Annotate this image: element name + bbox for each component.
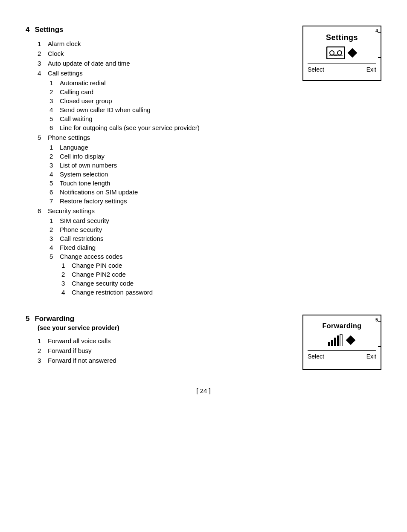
item-text: Touch tone length bbox=[60, 179, 110, 187]
list-item: 1 Alarm clock bbox=[26, 40, 294, 47]
item-text: Clock bbox=[48, 50, 64, 57]
item-text: Security settings bbox=[48, 207, 95, 214]
mockup-footer: Select Exit bbox=[308, 350, 376, 360]
item-text: Change restriction password bbox=[72, 289, 153, 296]
list-item: 3 Change security code bbox=[49, 280, 294, 287]
item-text: Closed user group bbox=[60, 97, 112, 104]
item-text: Line for outgoing calls (see your servic… bbox=[60, 124, 200, 131]
phone-settings-sublist: 1 Language 2 Cell info display 3 List of… bbox=[26, 144, 294, 205]
svg-rect-9 bbox=[337, 335, 339, 346]
section5-subtitle: (see your service provider) bbox=[38, 324, 119, 331]
list-item: 7 Restore factory settings bbox=[38, 197, 294, 205]
signal-icon bbox=[328, 334, 343, 346]
list-item: 4 Send own caller ID when calling bbox=[38, 106, 294, 113]
diamond-icon bbox=[345, 335, 356, 346]
mockup-bracket bbox=[378, 32, 381, 58]
item-text: Cell info display bbox=[60, 153, 105, 160]
list-item: 2 Cell info display bbox=[38, 153, 294, 160]
svg-point-1 bbox=[330, 51, 334, 55]
svg-rect-6 bbox=[328, 342, 330, 346]
list-item: 1 Automatic redial bbox=[38, 79, 294, 87]
item-text: Change PIN code bbox=[72, 262, 122, 269]
svg-rect-7 bbox=[331, 340, 333, 346]
item-text: Calling card bbox=[60, 88, 93, 95]
mockup-exit-label: Exit bbox=[366, 353, 376, 360]
mockup-select-label: Select bbox=[308, 66, 324, 73]
item-text: Call restrictions bbox=[60, 235, 104, 242]
section4-left: 4 Settings 1 Alarm clock 2 Clock bbox=[26, 26, 294, 298]
item-text: Call settings bbox=[48, 69, 83, 77]
item-text: Restore factory settings bbox=[60, 197, 127, 205]
item-text: Change security code bbox=[72, 280, 134, 287]
list-item: 3 Call restrictions bbox=[38, 235, 294, 242]
list-item: 4 Change restriction password bbox=[49, 289, 294, 296]
list-item: 2 Change PIN2 code bbox=[49, 271, 294, 278]
call-settings-sublist: 1 Automatic redial 2 Calling card 3 Clos… bbox=[26, 79, 294, 131]
cassette-icon bbox=[326, 46, 345, 59]
item-text: Phone settings bbox=[48, 134, 90, 141]
page-footer: [ 24 ] bbox=[26, 387, 381, 394]
item-text: Change access codes bbox=[60, 253, 123, 260]
diamond-icon bbox=[347, 47, 358, 58]
section5-list: 1 Forward all voice calls 2 Forward if b… bbox=[26, 337, 294, 364]
list-item: 6 Notifications on SIM update bbox=[38, 188, 294, 196]
mockup-footer: Select Exit bbox=[308, 64, 376, 73]
list-item: 1 Change PIN code bbox=[49, 262, 294, 269]
list-item: 4 System selection bbox=[38, 171, 294, 178]
svg-rect-11 bbox=[346, 335, 355, 345]
mockup-bracket bbox=[378, 321, 381, 347]
mockup-select-label: Select bbox=[308, 353, 324, 360]
list-item: 1 Language bbox=[38, 144, 294, 151]
mockup-exit-label: Exit bbox=[366, 66, 376, 73]
section4-title: Settings bbox=[35, 26, 63, 34]
item-text: Forward if not answered bbox=[48, 357, 116, 364]
svg-rect-5 bbox=[347, 48, 357, 58]
svg-rect-8 bbox=[334, 338, 336, 346]
section-4: 4 Settings 1 Alarm clock 2 Clock bbox=[26, 26, 381, 298]
list-item: 5 Touch tone length bbox=[38, 179, 294, 187]
section5-number: 5 bbox=[26, 315, 29, 323]
item-text: List of own numbers bbox=[60, 162, 117, 169]
list-item: 6 Security settings bbox=[26, 207, 294, 214]
section5-title: Forwarding bbox=[35, 315, 74, 323]
list-item: 3 Auto update of date and time bbox=[26, 60, 294, 67]
list-item: 1 Forward all voice calls bbox=[26, 337, 294, 344]
mockup-title: Forwarding bbox=[308, 322, 376, 330]
svg-rect-10 bbox=[340, 335, 342, 346]
mockup-icons bbox=[308, 46, 376, 59]
settings-phone-mockup: 4 Settings bbox=[302, 26, 381, 81]
list-item: 4 Call settings bbox=[26, 69, 294, 77]
list-item: 5 Call waiting bbox=[38, 115, 294, 122]
list-item: 5 Phone settings bbox=[26, 134, 294, 141]
item-text: SIM card security bbox=[60, 217, 109, 224]
list-item: 3 Closed user group bbox=[38, 97, 294, 104]
list-item: 2 Calling card bbox=[38, 88, 294, 95]
list-item: 1 SIM card security bbox=[38, 217, 294, 224]
list-item: 2 Clock bbox=[26, 50, 294, 57]
list-item: 4 Fixed dialing bbox=[38, 244, 294, 251]
list-item: 2 Phone security bbox=[38, 226, 294, 233]
item-text: Send own caller ID when calling bbox=[60, 106, 151, 113]
svg-point-2 bbox=[337, 51, 342, 55]
list-item: 5 Change access codes bbox=[38, 253, 294, 260]
list-item: 3 Forward if not answered bbox=[26, 357, 294, 364]
item-text: Forward all voice calls bbox=[48, 337, 111, 344]
item-text: Fixed dialing bbox=[60, 244, 96, 251]
mockup-icons bbox=[308, 334, 376, 346]
change-access-codes-sublist: 1 Change PIN code 2 Change PIN2 code 3 C… bbox=[38, 262, 294, 296]
item-text: Automatic redial bbox=[60, 79, 106, 87]
section-5: 5 Forwarding (see your service provider)… bbox=[26, 315, 381, 370]
mockup-title: Settings bbox=[308, 33, 376, 42]
item-text: Auto update of date and time bbox=[48, 60, 130, 67]
list-item: 3 List of own numbers bbox=[38, 162, 294, 169]
section4-number: 4 bbox=[26, 26, 29, 34]
security-settings-sublist: 1 SIM card security 2 Phone security 3 C… bbox=[26, 217, 294, 296]
item-text: Notifications on SIM update bbox=[60, 188, 138, 196]
page-number: [ 24 ] bbox=[196, 387, 210, 394]
forwarding-phone-mockup: 5 Forwarding bbox=[302, 315, 381, 370]
item-text: Forward if busy bbox=[48, 347, 92, 354]
section4-list: 1 Alarm clock 2 Clock 3 Auto update of d… bbox=[26, 40, 294, 77]
page-content: 4 Settings 1 Alarm clock 2 Clock bbox=[26, 17, 381, 394]
item-text: Change PIN2 code bbox=[72, 271, 126, 278]
item-text: Alarm clock bbox=[48, 40, 81, 47]
